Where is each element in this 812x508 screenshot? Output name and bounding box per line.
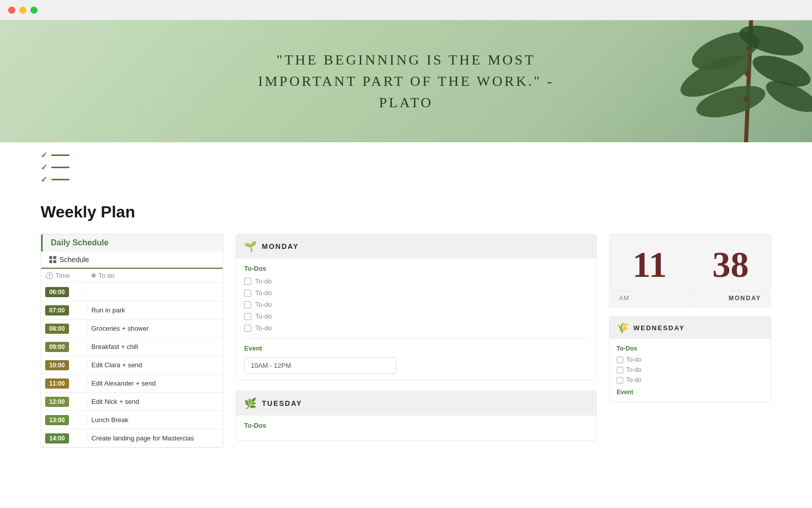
svg-point-9 [743,97,749,102]
right-column: 11 38 AM MONDAY 🌾 [609,234,771,402]
monday-card-body: To-Dos To-do To-do To-do [236,259,596,380]
wednesday-card-body: To-Dos To-do To-do To-do Event [610,339,771,402]
wednesday-day-name: WEDNESDAY [633,324,685,332]
time-column-header: 🕐 Time [45,272,91,279]
schedule-row-0700: 07:00 Run in park [41,301,223,320]
monday-event-time-input[interactable] [244,357,396,374]
wednesday-todo-2: To-do [617,366,764,373]
task-0900: Breakfast + chill [87,341,223,353]
monday-checkbox-4[interactable] [244,313,251,320]
clock-bottom-row: AM MONDAY [609,292,771,308]
wednesday-todo-text-1: To-do [626,356,641,363]
daily-schedule-section: Daily Schedule [41,234,223,251]
monday-emoji-icon: 🌱 [244,240,257,252]
tuesday-card: 🌿 TUESDAY To-Dos [235,391,597,441]
traffic-lights [8,7,38,14]
left-column: Daily Schedule Schedule 🕐 Time ❋ [41,234,223,448]
monday-checkbox-2[interactable] [244,290,251,297]
plant-decoration-icon [650,20,812,142]
clock-display: 11 38 [609,234,771,292]
app-logo-icon: ✓ ✓ ✓ [41,150,771,184]
wednesday-card: 🌾 WEDNESDAY To-Dos To-do To-do [609,316,771,402]
close-button[interactable] [8,7,15,14]
monday-todo-3: To-do [244,301,588,308]
middle-column: 🌱 MONDAY To-Dos To-do To-do To- [235,234,597,441]
clock-widget: 11 38 AM MONDAY [609,234,771,308]
todo-column-header: ❋ To do [91,272,219,279]
clock-minutes-number: 38 [700,246,761,283]
clock-day-cell: MONDAY [690,292,771,308]
app-icon-area: ✓ ✓ ✓ [0,142,812,193]
svg-point-8 [745,71,750,76]
schedule-row-1100: 11:00 Edit Alexander + send [41,374,223,393]
monday-checkbox-1[interactable] [244,278,251,285]
monday-checkbox-5[interactable] [244,325,251,332]
task-1300: Lunch Break [87,414,223,426]
monday-todo-text-4: To-do [255,312,272,320]
schedule-row-1300: 13:00 Lunch Break [41,411,223,429]
monday-todo-text-3: To-do [255,301,272,308]
clock-am-cell: AM [609,292,690,308]
schedule-toolbar-label: Schedule [59,256,89,264]
clock-am-label: AM [619,295,629,302]
wednesday-checkbox-3[interactable] [617,377,623,384]
monday-todo-text-5: To-do [255,324,272,332]
time-badge-0600: 06:00 [45,287,69,297]
tuesday-day-name: TUESDAY [262,399,302,407]
schedule-row-0600: 06:00 [41,283,223,301]
schedule-toolbar: Schedule [41,251,223,269]
task-1000: Edit Clara + send [87,359,223,371]
wednesday-todo-3: To-do [617,376,764,384]
tuesday-emoji-icon: 🌿 [244,397,257,409]
time-badge-1100: 11:00 [45,378,69,389]
maximize-button[interactable] [30,7,38,14]
task-1400: Create landing page for Masterclas [87,432,223,444]
task-1200: Edit Nick + send [87,396,223,407]
svg-point-7 [746,46,751,51]
task-0600 [87,290,223,294]
grid-view-icon [49,256,56,263]
hero-quote: "THE BEGINNING IS THE MOST IMPORTANT PAR… [228,49,584,113]
tuesday-todos-label: To-Dos [244,422,588,429]
monday-todos-label: To-Dos [244,265,588,272]
schedule-row-1400: 14:00 Create landing page for Masterclas [41,429,223,448]
wednesday-card-header: 🌾 WEDNESDAY [610,316,771,339]
time-badge-1000: 10:00 [45,360,69,370]
wednesday-todo-1: To-do [617,356,764,363]
wednesday-event-label: Event [617,389,764,396]
tuesday-card-body: To-Dos [236,416,596,440]
clock-hours-cell: 11 [610,234,690,291]
schedule-row-0900: 09:00 Breakfast + chill [41,338,223,356]
wednesday-checkbox-1[interactable] [617,357,623,363]
time-badge-1400: 14:00 [45,433,69,443]
wednesday-emoji-icon: 🌾 [617,322,629,334]
monday-checkbox-3[interactable] [244,301,251,308]
page-title: Weekly Plan [41,203,771,221]
monday-todo-5: To-do [244,324,588,332]
monday-todo-1: To-do [244,277,588,285]
monday-card: 🌱 MONDAY To-Dos To-do To-do To- [235,234,597,380]
minimize-button[interactable] [19,7,26,14]
clock-hours-number: 11 [620,246,680,283]
hero-banner: "THE BEGINNING IS THE MOST IMPORTANT PAR… [0,20,812,142]
monday-todo-text-2: To-do [255,289,272,297]
monday-divider [244,338,588,338]
schedule-column-headers: 🕐 Time ❋ To do [41,269,223,283]
task-1100: Edit Alexander + send [87,377,223,389]
time-badge-1300: 13:00 [45,415,69,425]
wednesday-todo-text-2: To-do [626,366,641,373]
monday-todo-text-1: To-do [255,277,272,285]
time-badge-0800: 08:00 [45,324,69,334]
schedule-row-1000: 10:00 Edit Clara + send [41,356,223,374]
monday-todo-2: To-do [244,289,588,297]
monday-event-label: Event [244,344,588,352]
wednesday-todos-label: To-Dos [617,345,764,352]
time-badge-1200: 12:00 [45,397,69,407]
task-0800: Groceries + shower [87,323,223,334]
monday-card-header: 🌱 MONDAY [236,234,596,259]
wednesday-checkbox-2[interactable] [617,367,623,373]
window-chrome [0,0,812,20]
three-column-layout: Daily Schedule Schedule 🕐 Time ❋ [41,234,771,448]
schedule-row-1200: 12:00 Edit Nick + send [41,393,223,411]
time-badge-0700: 07:00 [45,305,69,315]
